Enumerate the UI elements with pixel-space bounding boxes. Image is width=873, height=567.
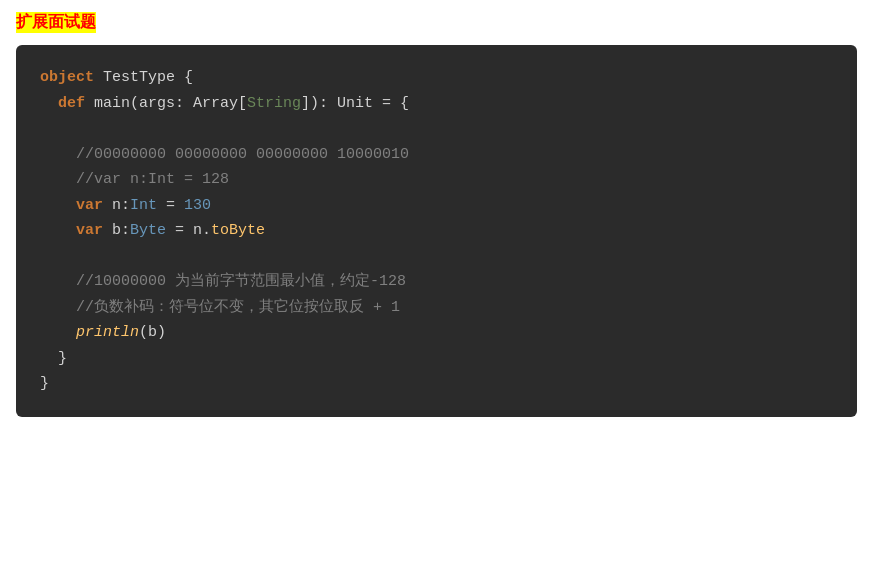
comment-2: //var n:Int = 128: [76, 171, 229, 188]
type-byte: Byte: [130, 222, 166, 239]
code-line-4: //00000000 00000000 00000000 10000010: [40, 142, 833, 168]
comment-4: //负数补码：符号位不变，其它位按位取反 + 1: [76, 299, 400, 316]
code-line-9: //10000000 为当前字节范围最小值，约定-128: [40, 269, 833, 295]
param-b: b: [148, 324, 157, 341]
comment-1: //00000000 00000000 00000000 10000010: [76, 146, 409, 163]
code-line-8: [40, 244, 833, 270]
code-line-5: //var n:Int = 128: [40, 167, 833, 193]
comment-3: //10000000 为当前字节范围最小值，约定-128: [76, 273, 406, 290]
keyword-def: def: [58, 95, 85, 112]
type-string: String: [247, 95, 301, 112]
code-line-2: def main(args: Array[String]): Unit = {: [40, 91, 833, 117]
type-int: Int: [130, 197, 157, 214]
code-line-10: //负数补码：符号位不变，其它位按位取反 + 1: [40, 295, 833, 321]
keyword-object: object: [40, 69, 94, 86]
code-line-3: [40, 116, 833, 142]
code-block: object TestType { def main(args: Array[S…: [16, 45, 857, 417]
code-line-6: var n:Int = 130: [40, 193, 833, 219]
keyword-var-2: var: [76, 222, 103, 239]
code-line-12: }: [40, 346, 833, 372]
code-line-1: object TestType {: [40, 65, 833, 91]
page-title: 扩展面试题: [16, 12, 96, 33]
code-line-7: var b:Byte = n.toByte: [40, 218, 833, 244]
type-unit: Unit: [337, 95, 373, 112]
number-130: 130: [184, 197, 211, 214]
method-println: println: [76, 324, 139, 341]
method-tobyte: toByte: [211, 222, 265, 239]
page-container: 扩展面试题 object TestType { def main(args: A…: [0, 0, 873, 567]
code-line-11: println(b): [40, 320, 833, 346]
keyword-var-1: var: [76, 197, 103, 214]
code-line-13: }: [40, 371, 833, 397]
